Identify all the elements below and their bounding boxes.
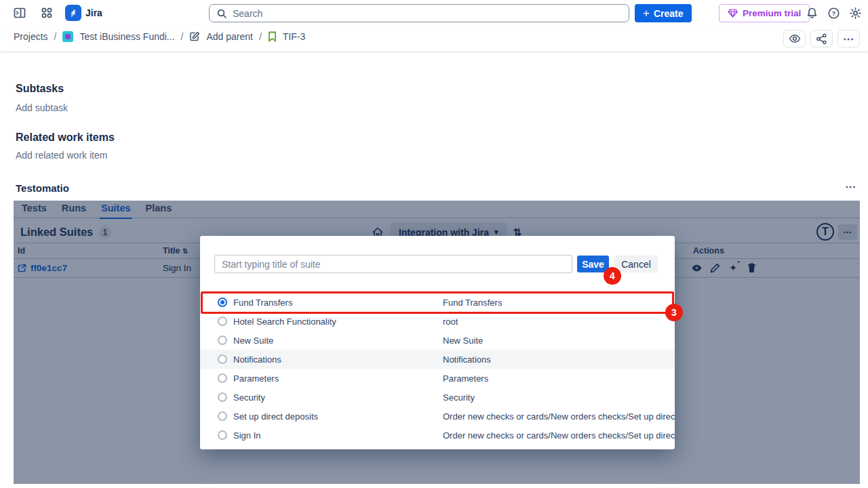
breadcrumb: Projects / Test iBusiness Fundi... / Add… [14, 31, 305, 42]
watch-eye-button[interactable] [783, 30, 806, 47]
jira-page: Jira Search + Create Premium trial ? [0, 0, 868, 488]
notifications-bell-icon[interactable] [803, 4, 821, 22]
suite-option-partial[interactable] [200, 445, 675, 449]
search-icon [216, 8, 227, 19]
suite-option-fund-transfers[interactable]: Fund Transfers Fund Transfers [200, 293, 675, 312]
settings-gear-icon[interactable] [846, 4, 864, 22]
annotation-step-3-badge: 3 [665, 304, 683, 321]
cancel-button[interactable]: Cancel [614, 256, 658, 272]
save-button[interactable]: Save [577, 256, 609, 272]
subtasks-heading: Subtasks [16, 83, 64, 95]
breadcrumb-project-name[interactable]: Test iBusiness Fundi... [79, 31, 174, 42]
breadcrumb-add-parent[interactable]: Add parent [206, 31, 253, 42]
suite-option-direct-deposits[interactable]: Set up direct deposits Order new checks … [200, 407, 675, 426]
global-search-input[interactable]: Search [209, 4, 629, 22]
plus-icon: + [643, 7, 650, 20]
link-suite-modal: Save Cancel Fund Transfers Fund Transfer… [200, 236, 675, 449]
share-button[interactable] [810, 30, 833, 47]
jira-logo-icon [65, 5, 81, 21]
suite-options-list: Fund Transfers Fund Transfers Hotel Sear… [200, 293, 675, 449]
suite-option-new-suite[interactable]: New Suite New Suite [200, 331, 675, 350]
create-button[interactable]: + Create [635, 4, 692, 22]
radio-icon[interactable] [218, 392, 227, 402]
testomatio-more-button[interactable]: ⋯ [845, 180, 857, 193]
suite-option-sign-in[interactable]: Sign In Order new checks or cards/New or… [200, 426, 675, 445]
breadcrumb-bar: Projects / Test iBusiness Fundi... / Add… [0, 26, 868, 52]
jira-home-link[interactable]: Jira [65, 5, 102, 21]
diamond-icon [728, 9, 738, 18]
breadcrumb-projects[interactable]: Projects [14, 31, 48, 42]
app-switcher-icon[interactable] [38, 4, 56, 22]
more-actions-button[interactable]: ⋯ [837, 30, 860, 47]
suite-option-notifications[interactable]: Notifications Notifications [200, 350, 675, 369]
premium-trial-button[interactable]: Premium trial [719, 4, 810, 22]
testomatio-heading: Testomatio [16, 182, 69, 194]
suite-option-parameters[interactable]: Parameters Parameters [200, 369, 675, 388]
bookmark-icon [268, 31, 277, 42]
radio-icon[interactable] [218, 317, 227, 326]
edit-icon [189, 31, 200, 42]
radio-icon[interactable] [218, 336, 227, 345]
project-avatar [62, 31, 73, 42]
search-placeholder: Search [233, 8, 262, 19]
breadcrumb-issue-key[interactable]: TIF-3 [283, 31, 305, 42]
suite-option-security[interactable]: Security Security [200, 388, 675, 407]
radio-icon[interactable] [218, 373, 227, 383]
suite-option-hotel-search[interactable]: Hotel Search Functionality root [200, 312, 675, 331]
annotation-step-4-badge: 4 [604, 267, 621, 285]
add-subtask-link[interactable]: Add subtask [16, 102, 68, 113]
sidebar-toggle-icon[interactable] [11, 4, 28, 22]
app-title: Jira [85, 7, 102, 18]
top-nav-bar: Jira Search + Create Premium trial ? [0, 0, 868, 26]
help-icon[interactable]: ? [825, 4, 842, 22]
svg-text:?: ? [831, 9, 835, 17]
suite-title-input[interactable] [214, 255, 572, 273]
related-work-items-heading: Related work items [16, 131, 115, 144]
radio-icon[interactable] [218, 411, 227, 421]
add-related-work-item-link[interactable]: Add related work item [16, 150, 107, 161]
radio-selected-icon[interactable] [218, 298, 227, 307]
radio-icon[interactable] [218, 430, 227, 440]
radio-icon[interactable] [218, 354, 227, 364]
